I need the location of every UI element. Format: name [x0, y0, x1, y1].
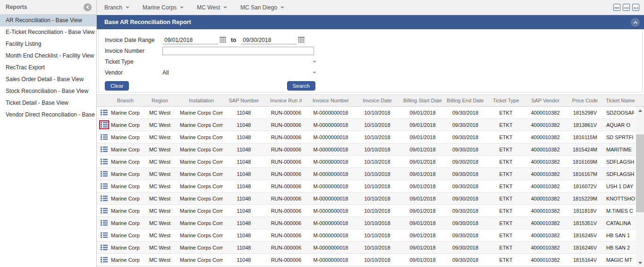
sidebar-item[interactable]: Month End Checklist - Facility View	[0, 50, 96, 62]
sidebar-item[interactable]: E-Ticket Reconciliation - Base View	[0, 26, 96, 38]
pdf-export-icon[interactable]: PDF	[613, 4, 620, 11]
filter-row-invoice-number: Invoice Number	[99, 45, 642, 56]
table-cell: 09/01/2018	[400, 196, 445, 201]
sidebar-item[interactable]: RecTrac Export	[0, 62, 96, 74]
row-icon-cell	[97, 231, 111, 240]
date-to-input[interactable]	[241, 36, 297, 44]
table-cell: M-0000000018	[307, 110, 354, 116]
calendar-icon[interactable]	[220, 37, 226, 43]
row-icon-cell	[97, 169, 111, 178]
panel-collapse-button[interactable]	[631, 18, 640, 27]
table-cell: 11048	[223, 147, 265, 152]
row-details-icon[interactable]	[99, 206, 109, 215]
table-cell: MC West	[140, 147, 180, 152]
table-cell: AQUAR O	[605, 122, 636, 128]
invoice-number-input[interactable]	[162, 47, 314, 55]
search-button[interactable]: Search	[287, 81, 315, 91]
column-header[interactable]: Installation	[180, 98, 223, 103]
row-details-icon[interactable]	[99, 182, 109, 191]
table-cell: SDFLAGSH	[605, 171, 636, 177]
clear-button[interactable]: Clear	[105, 81, 129, 91]
table-cell: 4000010382	[526, 110, 565, 116]
table-cell: USH 1 DAY	[605, 184, 636, 189]
table-cell: 11048	[223, 171, 265, 177]
table-cell: 4000010382	[526, 220, 565, 226]
row-details-icon[interactable]	[99, 194, 109, 203]
sidebar-item[interactable]: Facility Listing	[0, 38, 96, 50]
scope-dropdown-label: Branch	[104, 4, 122, 11]
table-row: Marine CorpsMC WestMarine Corps Com...11…	[97, 205, 636, 217]
sidebar-item[interactable]: Vendor Direct Reconciliation - Base View	[0, 109, 96, 121]
table-cell: 09/30/2018	[445, 134, 486, 140]
column-header[interactable]: Price Code	[565, 98, 605, 103]
row-details-icon[interactable]	[99, 108, 109, 117]
vendor-dropdown[interactable]: All	[162, 69, 318, 76]
table-cell: RUN-000006	[265, 159, 307, 165]
row-icon-cell	[97, 218, 111, 227]
table-cell: RUN-000006	[265, 134, 307, 140]
app-window: Reports AR Reconciliation - Base ViewE-T…	[0, 0, 644, 267]
scope-dropdown[interactable]: MC San Diego	[234, 4, 291, 11]
column-header[interactable]: Billing End Date	[445, 98, 486, 103]
filter-row-vendor: Vendor All	[99, 67, 642, 78]
chevron-down-icon	[223, 7, 227, 8]
date-from-input[interactable]	[162, 36, 218, 44]
chevron-left-icon	[86, 5, 90, 9]
calendar-icon[interactable]	[298, 37, 305, 43]
column-header[interactable]: Invoice Run #	[265, 98, 307, 103]
row-details-icon[interactable]	[99, 169, 109, 178]
column-header[interactable]: Invoice Number	[307, 98, 354, 103]
column-header[interactable]: Region	[140, 98, 180, 103]
column-header[interactable]: SAP Number	[223, 98, 265, 103]
sidebar-collapse-button[interactable]	[84, 3, 92, 11]
chevron-down-icon[interactable]	[313, 61, 316, 63]
table-cell: 09/30/2018	[445, 245, 486, 250]
highlighted-row-details-icon[interactable]	[99, 120, 109, 129]
scroll-up-button[interactable]	[636, 107, 644, 115]
row-details-icon[interactable]	[99, 255, 109, 264]
chevron-down-icon	[126, 7, 129, 8]
table-row: Marine CorpsMC WestMarine Corps Com...11…	[97, 242, 636, 254]
column-header[interactable]: Ticket Type	[486, 98, 526, 103]
scrollbar-thumb[interactable]	[636, 134, 644, 212]
table-cell: Marine Corps	[111, 110, 140, 116]
row-details-icon[interactable]	[99, 218, 109, 227]
table-cell: 10/10/2018	[354, 171, 400, 177]
table-cell: 11048	[223, 257, 265, 263]
sidebar-item[interactable]: Sales Order Detail - Base View	[0, 74, 96, 85]
scope-topbar: BranchMarine CorpsMC WestMC San Diego PD…	[97, 0, 644, 15]
table-cell: RUN-000006	[265, 147, 307, 152]
xls-export-icon[interactable]: XLS	[632, 4, 639, 11]
row-details-icon[interactable]	[99, 145, 109, 154]
table-cell: M-0000000018	[307, 245, 354, 250]
scope-dropdown[interactable]: Branch	[98, 4, 136, 11]
row-details-icon[interactable]	[99, 243, 109, 252]
table-cell: 4000010382	[526, 122, 565, 128]
row-details-icon[interactable]	[99, 133, 109, 142]
main-area: BranchMarine CorpsMC WestMC San Diego PD…	[97, 0, 644, 267]
column-header[interactable]: Billing Start Date	[400, 98, 445, 103]
scope-dropdown[interactable]: MC West	[190, 4, 234, 11]
column-header[interactable]: Invoice Date	[354, 98, 400, 103]
column-header[interactable]: Branch	[111, 98, 140, 103]
sidebar-item[interactable]: AR Reconciliation - Base View	[0, 15, 96, 26]
chevron-down-icon[interactable]	[313, 72, 316, 74]
scope-dropdown-label: MC West	[197, 4, 220, 11]
table-cell: 11048	[223, 208, 265, 214]
table-cell: 09/01/2018	[400, 147, 445, 152]
triangle-down-icon	[638, 262, 642, 264]
sidebar-item[interactable]: Ticket Detail - Base View	[0, 97, 96, 109]
column-header[interactable]: SAP Vendor	[526, 98, 565, 103]
scroll-down-button[interactable]	[636, 259, 644, 267]
vertical-scrollbar[interactable]	[636, 107, 644, 267]
sidebar-item[interactable]: Stock Reconciliation - Base View	[0, 85, 96, 97]
table-cell: M.TIMES C	[605, 208, 636, 214]
sidebar-title: Reports	[6, 4, 27, 10]
row-details-icon[interactable]	[99, 157, 109, 166]
table-cell: 10/10/2018	[354, 122, 400, 128]
row-details-icon[interactable]	[99, 231, 109, 240]
column-header[interactable]: Ticket Name	[605, 98, 636, 103]
table-cell: 09/01/2018	[400, 159, 445, 165]
scope-dropdown[interactable]: Marine Corps	[136, 4, 190, 11]
csv-export-icon[interactable]: CSV	[623, 4, 630, 11]
